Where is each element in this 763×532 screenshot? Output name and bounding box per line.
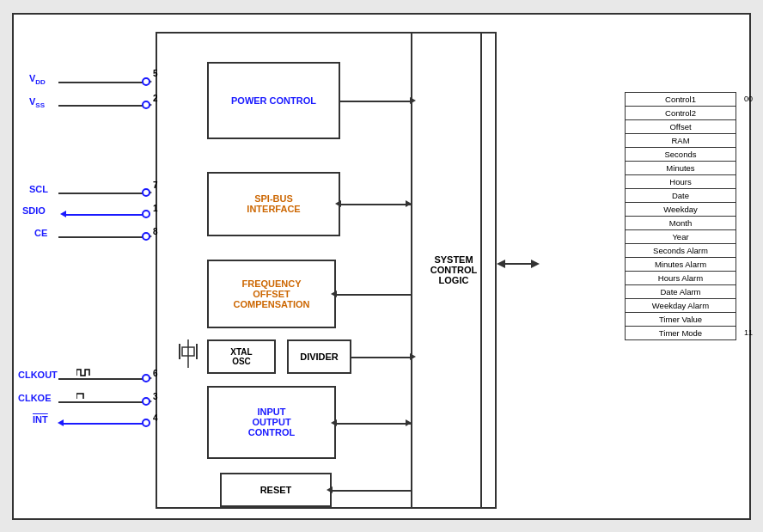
reg-row-date-alarm: Date Alarm <box>625 284 736 298</box>
freq-to-system-line <box>336 294 411 296</box>
reg-row-ram: RAM <box>625 133 736 147</box>
divider-to-system-line <box>351 357 411 358</box>
crystal-symbol <box>175 335 201 374</box>
reg-row-seconds: Seconds <box>625 147 736 161</box>
vss-label: VSS <box>29 96 45 109</box>
clkoe-label: CLKOE <box>18 393 52 403</box>
spi-to-system-line <box>340 204 411 205</box>
reset-to-system-line <box>332 490 411 492</box>
register-table: Control1 00 Control2 Offset RAM Seconds … <box>625 92 736 340</box>
clkoe-waveform <box>76 390 90 402</box>
pin4-label: 4 <box>153 413 158 423</box>
spi-bus-block: SPI-BUS INTERFACE <box>207 172 340 236</box>
reg-row-control2: Control2 <box>625 106 736 119</box>
ce-line <box>58 236 147 238</box>
pin5-label: 5 <box>153 69 158 78</box>
ce-label: CE <box>34 228 47 238</box>
system-control-block: SYSTEM CONTROL LOGIC <box>411 32 497 509</box>
reg-row-minutes: Minutes <box>625 161 736 174</box>
scl-line <box>58 193 147 194</box>
reg-row-minutes-alarm: Minutes Alarm <box>625 257 736 271</box>
pin7-label: 7 <box>153 180 158 190</box>
clkout-label: CLKOUT <box>18 370 58 380</box>
int-line <box>63 423 147 425</box>
reg-row-control1: Control1 00 <box>625 92 736 106</box>
sdio-line <box>65 214 147 216</box>
reg-row-hours: Hours <box>625 174 736 188</box>
clkoe-circle <box>142 397 150 406</box>
power-to-system-line <box>340 101 411 102</box>
divider-block: DIVIDER <box>287 339 351 374</box>
reg-row-offset: Offset <box>625 119 736 133</box>
sdio-circle <box>142 210 150 218</box>
ce-circle <box>142 232 150 241</box>
dbl-arrow-system-reg <box>497 251 540 277</box>
pin3-label: 3 <box>153 392 158 401</box>
xtal-osc-block: XTAL OSC <box>207 339 276 374</box>
freq-left-arrow <box>331 290 337 297</box>
clkout-circle <box>142 374 150 382</box>
freq-offset-block: FREQUENCY OFFSET COMPENSATION <box>207 260 336 328</box>
clkout-waveform <box>76 367 94 379</box>
io-control-block: INPUT OUTPUT CONTROL <box>207 386 336 459</box>
reg-row-timer-value: Timer Value <box>625 312 736 326</box>
vdd-line <box>58 82 147 83</box>
clkout-line <box>58 378 147 380</box>
svg-marker-5 <box>497 260 505 268</box>
pin6-label: 6 <box>153 369 158 378</box>
diagram-container: VDD 5 VSS 2 SCL 7 SDIO 1 CE 8 CLKOUT 6 C… <box>12 13 751 520</box>
reset-left-arrow <box>327 486 333 493</box>
vss-circle <box>142 101 150 109</box>
reg-row-month: Month <box>625 216 736 229</box>
pin2-label: 2 <box>153 94 158 103</box>
clkoe-line <box>58 401 147 403</box>
reg-row-seconds-alarm: Seconds Alarm <box>625 243 736 257</box>
reg-row-year: Year <box>625 229 736 243</box>
svg-marker-6 <box>531 260 540 268</box>
int-label: INT <box>33 414 48 425</box>
reg-row-hours-alarm: Hours Alarm <box>625 271 736 284</box>
int-arrow <box>58 419 64 426</box>
vdd-label: VDD <box>29 73 46 86</box>
reg-row-weekday-alarm: Weekday Alarm <box>625 298 736 312</box>
scl-label: SCL <box>29 184 48 194</box>
reg-row-timer-mode: Timer Mode 11 <box>625 326 736 340</box>
io-to-system-line <box>336 423 411 425</box>
system-control-text: SYSTEM CONTROL LOGIC <box>430 254 477 285</box>
reset-block: RESET <box>220 473 332 507</box>
sdio-label: SDIO <box>22 205 46 216</box>
reg-row-date: Date <box>625 188 736 202</box>
pin1-label: 1 <box>153 204 158 213</box>
scl-circle <box>142 188 150 197</box>
vdd-circle <box>142 77 150 86</box>
vss-line <box>58 105 147 107</box>
pin8-label: 8 <box>153 227 158 236</box>
power-control-block: POWER CONTROL <box>207 62 340 139</box>
io-left-arrow <box>331 419 337 426</box>
spi-left-arrow <box>335 200 341 207</box>
sdio-arrow <box>60 211 66 217</box>
io-right-arrow <box>406 419 412 426</box>
int-circle <box>142 419 150 427</box>
reg-row-weekday: Weekday <box>625 202 736 216</box>
spi-right-arrow <box>406 200 412 207</box>
